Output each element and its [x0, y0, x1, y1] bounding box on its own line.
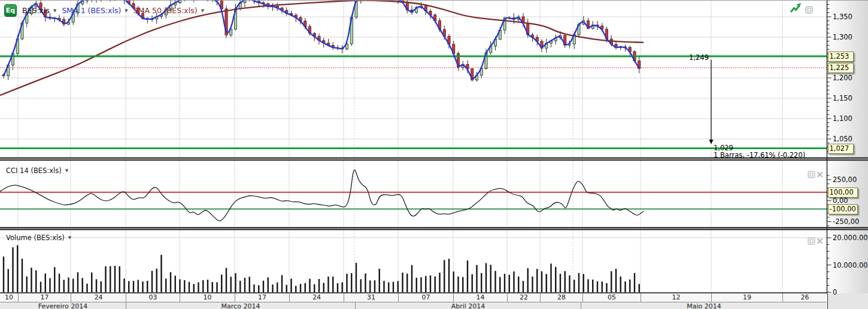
volume-bar	[290, 278, 292, 292]
chevron-down-icon: ▼	[201, 8, 204, 13]
volume-bar	[286, 285, 287, 292]
time-axis-week-row[interactable]: 10172403101724310714222805121926	[0, 293, 827, 302]
volume-bar	[509, 275, 510, 292]
candle-body	[271, 6, 274, 7]
candle-body	[508, 18, 511, 19]
cci-flag-label: -100,00	[828, 204, 858, 214]
volume-bar	[346, 274, 347, 292]
volume-axis-tick-label: 0	[833, 288, 867, 296]
candle-body	[220, 1, 223, 9]
volume-bar	[17, 246, 18, 293]
close-panel-icon[interactable]	[816, 169, 824, 181]
volume-bar	[147, 281, 148, 292]
volume-bar	[332, 277, 333, 292]
volume-bar	[564, 271, 566, 292]
volume-bar	[63, 280, 65, 292]
candle-body	[16, 39, 19, 53]
restore-panel-icon[interactable]	[805, 5, 813, 16]
candle-body	[216, 1, 218, 1]
week-tick-label: 03	[126, 293, 180, 302]
volume-panel-label: Volume (BES:xls)	[6, 234, 65, 242]
volume-bar	[504, 274, 505, 292]
candle-body	[332, 46, 334, 48]
sma50-series-selector[interactable]: SMA 50 (BES:xls) ▼	[133, 6, 204, 15]
volume-bar	[472, 274, 473, 292]
volume-bar	[101, 281, 102, 292]
volume-bar	[550, 263, 551, 292]
volume-bar	[379, 269, 380, 292]
gridlines	[0, 1, 827, 292]
volume-bar	[309, 279, 310, 293]
candle-body	[156, 17, 158, 19]
volume-bar	[22, 259, 23, 292]
candle-body	[587, 21, 589, 29]
volume-bar	[462, 277, 463, 292]
close-panel-icon[interactable]	[816, 236, 824, 247]
candle-body	[318, 37, 320, 41]
week-tick-label: 14	[453, 293, 507, 302]
candle-body	[448, 37, 450, 44]
volume-bar	[119, 266, 120, 292]
restore-panel-icon[interactable]	[808, 236, 815, 247]
volume-bar	[59, 274, 60, 292]
chevron-down-icon: ▼	[68, 235, 71, 240]
candle-body	[624, 47, 626, 47]
candle-body	[146, 19, 148, 19]
month-label: Fevereiro 2014	[0, 302, 126, 309]
week-tick-label: 28	[540, 293, 582, 302]
volume-bar	[189, 282, 190, 292]
volume-bar	[96, 279, 97, 292]
candle-body	[53, 18, 56, 19]
volume-bar	[133, 281, 134, 292]
volume-bar	[356, 263, 357, 292]
candle-body	[582, 21, 585, 25]
candle-body	[290, 13, 292, 15]
volume-bar	[142, 281, 143, 292]
volume-bar	[239, 281, 241, 292]
chevron-down-icon: ▼	[53, 8, 56, 13]
cci-panel-selector[interactable]: CCI 14 (BES:xls) ▼	[6, 166, 68, 175]
symbol-selector[interactable]: BES:xls ▼	[22, 6, 56, 15]
volume-bar	[202, 280, 204, 292]
volume-bar	[448, 259, 450, 292]
month-label: Março 2014	[126, 302, 355, 309]
trend-arrow-icon[interactable]	[790, 2, 803, 17]
candle-body	[559, 35, 562, 38]
candle-body	[336, 47, 339, 48]
volume-bar	[546, 274, 547, 292]
volume-bar	[175, 275, 176, 292]
time-axis-month-row[interactable]: Fevereiro 2014Março 2014Abril 2014Maio 2…	[0, 302, 827, 309]
candle-body	[262, 2, 265, 4]
candle-body	[475, 75, 478, 80]
volume-bar	[105, 266, 106, 292]
candle-body	[267, 4, 269, 7]
candle-body	[573, 35, 575, 44]
volume-bar	[128, 281, 129, 292]
volume-bar	[230, 277, 232, 292]
volume-panel-selector[interactable]: Volume (BES:xls) ▼	[6, 234, 71, 242]
price-axis-tick-label: 1,100	[833, 114, 867, 123]
candle-body	[230, 29, 232, 35]
candle-body	[295, 15, 297, 17]
candle-body	[485, 53, 487, 69]
volume-bar	[439, 272, 440, 292]
volume-bar	[532, 277, 533, 292]
candle-body	[313, 34, 315, 37]
sma1-series-selector[interactable]: SMA 1 (BES:xls) ▼	[62, 6, 128, 15]
candle-body	[299, 17, 302, 21]
restore-panel-icon[interactable]	[808, 169, 815, 181]
volume-bar	[467, 260, 468, 292]
volume-bar	[569, 275, 570, 292]
charting-application: 10172403101724310714222805121926 Feverei…	[0, 0, 868, 309]
equity-logo: Eq	[4, 4, 17, 17]
chevron-down-icon: ▼	[125, 8, 128, 13]
candle-body	[615, 44, 617, 48]
volume-bar	[388, 283, 389, 293]
volume-bar	[263, 281, 264, 292]
volume-bar	[123, 278, 125, 292]
volume-bar	[560, 274, 561, 292]
week-tick-label: 10	[180, 293, 235, 302]
candle-body	[541, 41, 543, 49]
candle-body	[178, 1, 181, 3]
volume-bar	[110, 266, 111, 292]
